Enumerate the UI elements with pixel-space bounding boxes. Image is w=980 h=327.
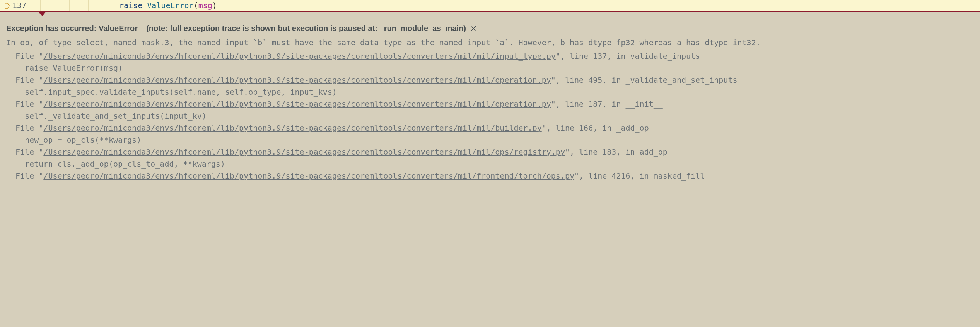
traceback-file-link[interactable]: /Users/pedro/miniconda3/envs/hfcoreml/li… bbox=[43, 75, 551, 85]
code-variable: msg bbox=[198, 0, 212, 12]
code-open-paren: ( bbox=[194, 0, 198, 12]
exception-note: (note: full exception trace is shown but… bbox=[146, 22, 466, 34]
traceback-file-link[interactable]: /Users/pedro/miniconda3/envs/hfcoreml/li… bbox=[43, 123, 541, 133]
exception-panel: Exception has occurred: ValueError (note… bbox=[0, 12, 980, 185]
traceback-frame-code: return cls._add_op(op_cls_to_add, **kwar… bbox=[6, 158, 974, 170]
traceback-file-link[interactable]: /Users/pedro/miniconda3/envs/hfcoreml/li… bbox=[43, 99, 551, 109]
traceback-frame-code: self._validate_and_set_inputs(input_kv) bbox=[6, 110, 974, 122]
traceback-frame-code: raise ValueError(msg) bbox=[6, 62, 974, 74]
exception-title: Exception has occurred: ValueError bbox=[6, 22, 138, 34]
traceback-file-link[interactable]: /Users/pedro/miniconda3/envs/hfcoreml/li… bbox=[43, 51, 556, 61]
traceback-frame-code: new_op = op_cls(**kwargs) bbox=[6, 134, 974, 146]
editor-ruler bbox=[40, 0, 108, 11]
exception-header: Exception has occurred: ValueError (note… bbox=[6, 22, 974, 34]
current-line-pointer-icon bbox=[38, 11, 46, 16]
editor-gutter: 137 bbox=[0, 0, 40, 11]
svg-marker-0 bbox=[5, 3, 9, 8]
traceback-frame-code: self.input_spec.validate_inputs(self.nam… bbox=[6, 86, 974, 98]
traceback-file-link[interactable]: /Users/pedro/miniconda3/envs/hfcoreml/li… bbox=[43, 147, 565, 157]
traceback-frame-file: File "/Users/pedro/miniconda3/envs/hfcor… bbox=[6, 98, 974, 110]
traceback-file-link[interactable]: /Users/pedro/miniconda3/envs/hfcoreml/li… bbox=[43, 171, 574, 181]
traceback-frame-file: File "/Users/pedro/miniconda3/envs/hfcor… bbox=[6, 122, 974, 134]
code-keyword: raise bbox=[119, 0, 142, 12]
code-content[interactable]: raise ValueError ( msg ) bbox=[108, 0, 980, 11]
code-close-paren: ) bbox=[212, 0, 217, 12]
code-classname: ValueError bbox=[147, 0, 193, 12]
traceback-frame-file: File "/Users/pedro/miniconda3/envs/hfcor… bbox=[6, 50, 974, 62]
traceback-frame-file: File "/Users/pedro/miniconda3/envs/hfcor… bbox=[6, 170, 974, 182]
editor-current-line: 137 raise ValueError ( msg ) bbox=[0, 0, 980, 12]
traceback-frame-file: File "/Users/pedro/miniconda3/envs/hfcor… bbox=[6, 74, 974, 86]
line-number: 137 bbox=[12, 0, 26, 12]
traceback-frame-file: File "/Users/pedro/miniconda3/envs/hfcor… bbox=[6, 146, 974, 158]
traceback: File "/Users/pedro/miniconda3/envs/hfcor… bbox=[6, 50, 974, 182]
exception-message: In op, of type select, named mask.3, the… bbox=[6, 37, 974, 49]
breakpoint-current-icon[interactable] bbox=[4, 3, 10, 9]
close-icon[interactable] bbox=[469, 24, 478, 33]
